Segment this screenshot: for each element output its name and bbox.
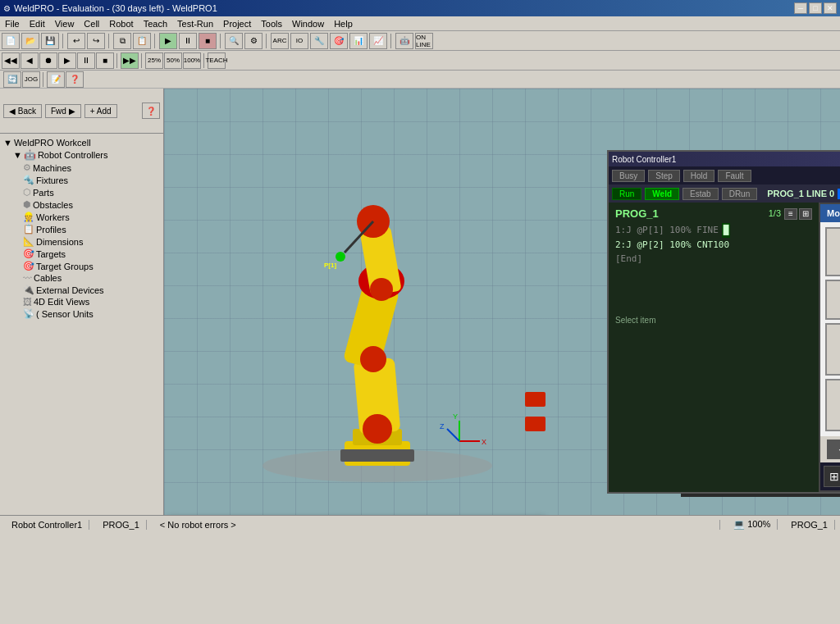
tb-pause[interactable]: ⏸ — [179, 33, 197, 49]
svg-text:P[1]: P[1] — [324, 262, 336, 269]
status-zoom: 💻 100% — [727, 519, 778, 530]
rc-hold-btn[interactable]: Hold — [683, 170, 715, 182]
mm-weld-end[interactable]: ⚡ Weld End[ ] — [825, 280, 840, 320]
rc-busy-btn[interactable]: Busy — [612, 170, 645, 182]
close-button[interactable]: ✕ — [824, 2, 837, 14]
tb2-btn4[interactable]: ▶ — [58, 52, 76, 69]
back-button[interactable]: ◀ Back — [3, 104, 42, 118]
tree-root[interactable]: ▼ WeldPRO Workcell — [3, 137, 160, 148]
tb2-btn5[interactable]: ⏸ — [77, 52, 95, 69]
rc-program-area: PROG_1 1/3 ≡ ⊞ 1:J @P[1] 100% FINE — [609, 203, 840, 492]
rc-run-btn[interactable]: Run — [612, 188, 641, 200]
code-line-1: 1:J @P[1] 100% FINE █ — [615, 223, 812, 238]
viewport-3d[interactable]: X Y Z P[1] Robot Controller1 ⊞ ⊟ 📷 ⚙ — [164, 89, 840, 515]
tb-stop[interactable]: ■ — [199, 33, 217, 49]
tb2-teach[interactable]: TEACH — [208, 52, 226, 69]
help-icon[interactable]: ❓ — [142, 102, 160, 119]
tb-zoom[interactable]: 🔍 — [225, 33, 243, 49]
svg-line-18 — [447, 429, 459, 441]
tree-obstacles[interactable]: ⬢ Obstacles — [3, 198, 160, 211]
robot-model: X Y Z P[1] — [213, 162, 558, 490]
tb-settings[interactable]: ⚙ — [244, 33, 262, 49]
tb2-btn3[interactable]: ⏺ — [39, 52, 57, 69]
rc-weld-btn[interactable]: Weld — [645, 188, 679, 200]
tree-target-groups[interactable]: 🎯 Target Groups — [3, 260, 160, 272]
rc-estab-btn[interactable]: Estab — [682, 188, 719, 200]
tree-targets[interactable]: 🎯 Targets — [3, 248, 160, 260]
tb2-btn1[interactable]: ◀◀ — [2, 52, 20, 69]
svg-text:Z: Z — [440, 422, 445, 430]
tb-copy[interactable]: ⧉ — [113, 33, 131, 49]
rc-line-count: 1/3 — [769, 208, 781, 220]
menu-edit[interactable]: Edit — [25, 16, 50, 30]
menu-project[interactable]: Project — [218, 16, 256, 30]
tb-run[interactable]: ▶ — [159, 33, 177, 49]
tb2-speed1[interactable]: 25% — [145, 52, 163, 69]
tb-redo[interactable]: ↪ — [87, 33, 105, 49]
menu-window[interactable]: Window — [287, 16, 329, 30]
tree-profiles[interactable]: 📋 Profiles — [3, 223, 160, 235]
tb3-jog[interactable]: JOG — [22, 71, 40, 88]
status-program: PROG_1 — [96, 520, 147, 530]
menu-teach[interactable]: Teach — [139, 16, 172, 30]
tb-btn6[interactable]: 📈 — [369, 33, 387, 49]
rc-step-btn[interactable]: Step — [648, 170, 680, 182]
tree-dimensions[interactable]: 📐 Dimensions — [3, 235, 160, 248]
rc-grid-view[interactable]: ⊞ — [824, 466, 840, 487]
tb-btn4[interactable]: 🎯 — [330, 33, 348, 49]
tb3-help[interactable]: ❓ — [66, 71, 84, 88]
add-button[interactable]: + Add — [84, 104, 117, 118]
tree-workers[interactable]: 👷 Workers — [3, 211, 160, 223]
tree-cables[interactable]: 〰 Cables — [3, 272, 160, 284]
tb-new[interactable]: 📄 — [2, 33, 20, 49]
tree-parts[interactable]: ⬡ Parts — [3, 186, 160, 198]
mm-no-option[interactable]: ✂ No option — [825, 227, 840, 276]
tb-wire1[interactable]: ARC — [271, 33, 289, 49]
tb3-coord[interactable]: 🔄 — [3, 71, 21, 88]
maximize-button[interactable]: □ — [809, 2, 822, 14]
tb2-speed3[interactable]: 100% — [183, 52, 201, 69]
minimize-button[interactable]: ─ — [794, 2, 807, 14]
tree-external-devices[interactable]: 🔌 External Devices — [3, 284, 160, 296]
menu-tools[interactable]: Tools — [256, 16, 287, 30]
menu-robot[interactable]: Robot — [104, 16, 138, 30]
motion-modify-panel: Motion Modify ✕ ✂ No option ⚡ [ ] — [819, 203, 840, 492]
tb3-program[interactable]: 📝 — [47, 71, 65, 88]
rc-split-btn[interactable]: ⊞ — [799, 208, 812, 220]
tb2-btn2[interactable]: ◀ — [21, 52, 39, 69]
window-controls: ─ □ ✕ — [794, 2, 837, 14]
tree-4d-edit[interactable]: 🖼 4D Edit Views — [3, 296, 160, 307]
menu-cell[interactable]: Cell — [79, 16, 104, 30]
tb2-btn6[interactable]: ■ — [96, 52, 114, 69]
tb2-speed2[interactable]: 50% — [164, 52, 182, 69]
tb-undo[interactable]: ↩ — [67, 33, 85, 49]
fwd-button[interactable]: Fwd ▶ — [45, 104, 81, 118]
rc-menu-btn[interactable]: ≡ — [784, 208, 797, 220]
tb2-play[interactable]: ▶▶ — [121, 52, 139, 69]
tb-wire2[interactable]: IO — [290, 33, 308, 49]
svg-text:Y: Y — [453, 412, 458, 421]
toolbar-1: 📄 📂 💾 ↩ ↪ ⧉ 📋 ▶ ⏸ ■ 🔍 ⚙ ARC IO 🔧 🎯 📊 📈 🤖… — [0, 31, 840, 51]
menu-file[interactable]: File — [0, 16, 25, 30]
tb-wire3[interactable]: 🔧 — [310, 33, 328, 49]
menu-view[interactable]: View — [50, 16, 80, 30]
tb-open[interactable]: 📂 — [21, 33, 39, 49]
tree-machines[interactable]: ⚙ Machines — [3, 162, 160, 174]
tb-robot-icon[interactable]: 🤖 — [395, 33, 413, 49]
rc-drun-btn[interactable]: DRun — [722, 188, 758, 200]
menu-help[interactable]: Help — [329, 16, 358, 30]
tree-fixtures[interactable]: 🔩 Fixtures — [3, 174, 160, 186]
mm-prev-btn[interactable]: ← — [827, 440, 840, 459]
tb-on-off[interactable]: ON LINE — [415, 33, 433, 49]
tb-btn5[interactable]: 📊 — [349, 33, 368, 49]
tb-paste[interactable]: 📋 — [133, 33, 151, 49]
menu-testrun[interactable]: Test-Run — [172, 16, 218, 30]
svg-point-12 — [370, 278, 393, 301]
mm-offset-pr[interactable]: Offset,PR[] — [825, 379, 840, 431]
rc-fault-btn[interactable]: Fault — [718, 170, 751, 182]
tree-sensor-units[interactable]: 📡 ( Sensor Units — [3, 307, 160, 320]
rc-editor-area[interactable]: PROG_1 1/3 ≡ ⊞ 1:J @P[1] 100% FINE — [609, 203, 819, 492]
tree-robot-controllers[interactable]: ▼ 🤖 Robot Controllers — [3, 148, 160, 162]
tb-save[interactable]: 💾 — [41, 33, 59, 49]
mm-skip-lbl[interactable]: Skip,LBL[] — [825, 323, 840, 376]
